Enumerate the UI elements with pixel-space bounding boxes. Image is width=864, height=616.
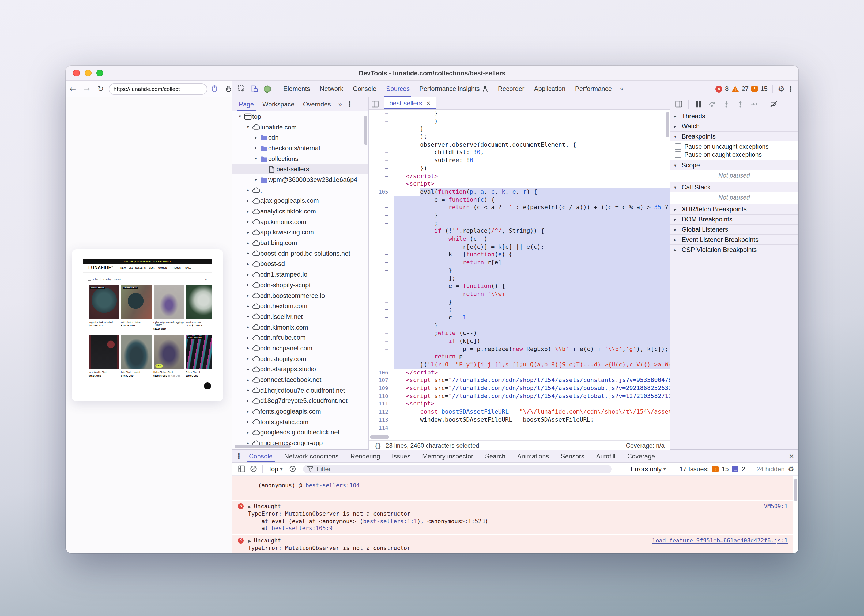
line-number[interactable]: − <box>369 236 394 243</box>
more-tabs-icon[interactable]: » <box>616 85 626 93</box>
sort-select[interactable]: Manual ▾ <box>114 278 123 281</box>
drawer-tab-rendering[interactable]: Rendering <box>345 450 386 462</box>
editor-horizontal-scrollbar[interactable] <box>370 435 389 438</box>
toggle-debugger-panel-icon[interactable] <box>672 97 685 110</box>
expander-icon[interactable]: ▸ <box>245 325 251 330</box>
expander-icon[interactable]: ▸ <box>245 251 251 256</box>
tree-item-cdn-kimonix-com[interactable]: ▸cdn.kimonix.com <box>232 322 368 333</box>
drawer-tab-memory-inspector[interactable]: Memory inspector <box>416 450 479 462</box>
expander-icon[interactable]: ▸ <box>245 283 251 288</box>
tree-item-lunafide-com[interactable]: ▾lunafide.com <box>232 122 368 132</box>
drawer-menu-icon[interactable]: ⋮ <box>235 450 243 462</box>
tree-item-cdn-boostcommerce-io[interactable]: ▸cdn.boostcommerce.io <box>232 290 368 301</box>
reload-button[interactable]: ↻ <box>94 85 108 93</box>
expander-icon[interactable]: ▸ <box>245 367 251 372</box>
expander-icon[interactable]: ▸ <box>245 399 251 403</box>
tree-item-cdn-richpanel-com[interactable]: ▸cdn.richpanel.com <box>232 343 368 354</box>
section-header-global-listeners[interactable]: ▸Global Listeners <box>670 225 798 234</box>
step-icon[interactable] <box>747 97 760 110</box>
tree-item-ajax-googleapis-com[interactable]: ▸ajax.googleapis.com <box>232 195 368 206</box>
message-source-link[interactable]: VM509:1 <box>764 503 788 510</box>
tree-item-cdn-nfcube-com[interactable]: ▸cdn.nfcube.com <box>232 333 368 343</box>
view-control[interactable]: V <box>205 278 207 281</box>
tab-recorder[interactable]: Recorder <box>493 81 529 97</box>
tab-performance[interactable]: Performance <box>570 81 616 97</box>
step-over-icon[interactable] <box>706 97 719 110</box>
expander-icon[interactable]: ▸ <box>245 388 251 393</box>
line-number[interactable]: − <box>369 275 394 283</box>
tree-item--[interactable]: ▸. <box>232 185 368 195</box>
tab-console[interactable]: Console <box>348 81 381 97</box>
tree-item-boost-sd[interactable]: ▸boost-sd <box>232 259 368 269</box>
line-number[interactable]: − <box>369 345 394 353</box>
line-number[interactable]: 114 <box>369 424 394 432</box>
line-number[interactable]: 110 <box>369 393 394 401</box>
line-number[interactable]: 111 <box>369 401 394 408</box>
line-number[interactable]: 107 <box>369 377 394 385</box>
nav-sale[interactable]: SALE <box>185 266 191 269</box>
line-number[interactable]: − <box>369 173 394 180</box>
expander-icon[interactable]: ▸ <box>253 178 259 182</box>
expander-icon[interactable]: ▸ <box>245 420 251 424</box>
product-card-loki-shirt-limited[interactable]: Loki Shirt - Limited$49.95 USD <box>121 335 151 377</box>
line-number[interactable]: − <box>369 110 394 118</box>
braces-icon[interactable]: {} <box>374 442 382 449</box>
line-number[interactable]: − <box>369 243 394 251</box>
tree-item-d1hcrjcdtouu7e-cloudfront-net[interactable]: ▸d1hcrjcdtouu7e.cloudfront.net <box>232 385 368 396</box>
line-number[interactable]: 106 <box>369 369 394 377</box>
issues-summary-label[interactable]: 17 Issues: <box>680 465 709 473</box>
line-number[interactable]: − <box>369 291 394 298</box>
line-number[interactable]: − <box>369 283 394 290</box>
console-settings-icon[interactable]: ⚙ <box>788 465 794 473</box>
site-logo[interactable]: LUNAFIDE™ <box>88 266 113 270</box>
line-number[interactable]: − <box>369 133 394 141</box>
expander-icon[interactable]: ▸ <box>245 293 251 298</box>
expander-icon[interactable]: ▸ <box>245 409 251 414</box>
tree-item-app-kiwisizing-com[interactable]: ▸app.kiwisizing.com <box>232 227 368 237</box>
section-header-event-listener-breakpoints[interactable]: ▸Event Listener Breakpoints <box>670 235 798 245</box>
console-filter-input[interactable]: Filter <box>303 465 612 473</box>
line-number[interactable]: − <box>369 298 394 306</box>
source-link[interactable]: best-sellers:105:9 <box>272 525 333 531</box>
tree-item-googleads-g-doubleclick-net[interactable]: ▸googleads.g.doubleclick.net <box>232 427 368 438</box>
forward-button[interactable]: → <box>80 85 94 93</box>
line-number[interactable]: − <box>369 157 394 165</box>
tree-item-d18eg7dreypte5-cloudfront-net[interactable]: ▸d18eg7dreypte5.cloudfront.net <box>232 396 368 406</box>
console-scrollbar[interactable] <box>794 479 797 501</box>
expander-icon[interactable]: ▸ <box>245 377 251 382</box>
line-number[interactable]: − <box>369 322 394 330</box>
checkbox[interactable] <box>675 143 681 149</box>
tree-item-cdn1-stamped-io[interactable]: ▸cdn1.stamped.io <box>232 269 368 280</box>
checkbox-row-pause-on-caught-exceptions[interactable]: Pause on caught exceptions <box>670 150 798 158</box>
drawer-tab-animations[interactable]: Animations <box>511 450 555 462</box>
line-number[interactable]: 113 <box>369 416 394 424</box>
drawer-tab-coverage[interactable]: Coverage <box>621 450 661 462</box>
line-number[interactable]: − <box>369 149 394 157</box>
checkbox[interactable] <box>675 151 681 157</box>
tree-item-best-sellers[interactable]: best-sellers <box>232 164 368 174</box>
expander-icon[interactable]: ▾ <box>253 156 259 161</box>
line-number[interactable]: 109 <box>369 385 394 392</box>
issues-badge2-icon[interactable] <box>732 466 738 472</box>
step-into-icon[interactable] <box>720 97 733 110</box>
devtools-menu-icon[interactable]: ⋮ <box>787 85 794 93</box>
issues-count-icon[interactable]: ! <box>751 86 758 92</box>
tree-item-fonts-googleapis-com[interactable]: ▸fonts.googleapis.com <box>232 406 368 417</box>
expand-icon[interactable]: ▶ <box>248 539 251 543</box>
step-out-icon[interactable] <box>734 97 746 110</box>
section-header-threads[interactable]: ▸Threads <box>670 111 798 121</box>
product-card-helm-of-awe-cloak[interactable]: SALEHelm Of Awe Cloak$198.36 USD $247.95… <box>153 335 184 377</box>
nav-women[interactable]: WOMEN ▾ <box>158 266 169 269</box>
tab-network[interactable]: Network <box>315 81 348 97</box>
line-number[interactable]: − <box>369 259 394 267</box>
close-drawer-icon[interactable]: ✕ <box>785 450 798 462</box>
navigator-vertical-scrollbar[interactable] <box>364 116 367 145</box>
lunafide-page[interactable]: 20% OFF | CODE APPLIED AT CHECKOUT LUNAF… <box>83 259 211 390</box>
context-selector[interactable]: top▼ <box>267 465 285 473</box>
line-number[interactable]: − <box>369 220 394 227</box>
drawer-tab-search[interactable]: Search <box>479 450 511 462</box>
toggle-console-sidebar-icon[interactable] <box>236 462 246 475</box>
section-header-scope[interactable]: ▾Scope <box>670 160 798 170</box>
expander-icon[interactable]: ▸ <box>245 303 251 308</box>
expander-icon[interactable]: ▸ <box>245 272 251 277</box>
